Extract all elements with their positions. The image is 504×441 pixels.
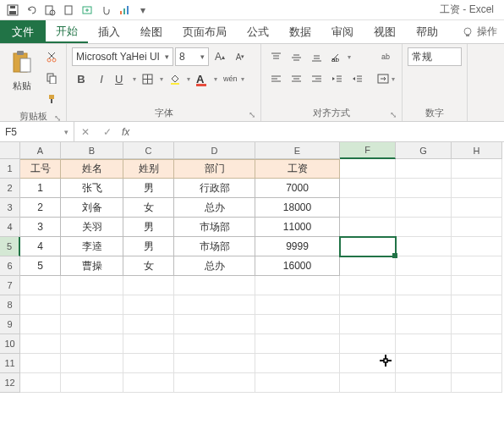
align-middle-button[interactable] — [287, 47, 305, 66]
cell-E11[interactable] — [255, 354, 340, 373]
tab-help[interactable]: 帮助 — [406, 20, 448, 43]
column-header-D[interactable]: D — [174, 142, 255, 159]
tell-me[interactable]: 操作 — [455, 20, 504, 43]
cell-B1[interactable]: 姓名 — [61, 159, 123, 179]
undo-icon[interactable] — [23, 2, 40, 19]
cell-A5[interactable]: 4 — [20, 237, 61, 256]
cell-G8[interactable] — [396, 295, 452, 315]
cell-A6[interactable]: 5 — [20, 256, 61, 276]
italic-button[interactable]: I — [92, 69, 111, 88]
cell-D5[interactable]: 市场部 — [174, 237, 255, 256]
paste-button[interactable]: 粘贴 — [5, 47, 39, 92]
cell-A4[interactable]: 3 — [20, 218, 61, 237]
touch-mode-icon[interactable] — [97, 2, 114, 19]
column-header-A[interactable]: A — [20, 142, 61, 159]
select-all-corner[interactable] — [0, 142, 20, 159]
cell-B3[interactable]: 刘备 — [61, 198, 123, 218]
cell-D12[interactable] — [174, 373, 255, 393]
cell-A3[interactable]: 2 — [20, 198, 61, 218]
row-header-12[interactable]: 12 — [0, 373, 20, 393]
cell-D3[interactable]: 总办 — [174, 198, 255, 218]
cell-D2[interactable]: 行政部 — [174, 179, 255, 198]
cell-D11[interactable] — [174, 354, 255, 373]
clipboard-launcher[interactable]: ⤡ — [54, 113, 61, 123]
increase-font-button[interactable]: A▴ — [211, 47, 229, 66]
orientation-button[interactable]: ab — [327, 47, 353, 66]
cell-C12[interactable] — [123, 373, 174, 393]
fill-color-button[interactable] — [167, 69, 192, 88]
row-header-3[interactable]: 3 — [0, 198, 20, 218]
bold-button[interactable]: B — [72, 69, 90, 88]
cell-G2[interactable] — [396, 179, 452, 198]
cell-G6[interactable] — [396, 256, 452, 276]
cell-A2[interactable]: 1 — [20, 179, 61, 198]
row-header-6[interactable]: 6 — [0, 256, 20, 276]
cell-C10[interactable] — [123, 334, 174, 354]
cell-C5[interactable]: 男 — [123, 237, 174, 256]
cell-G4[interactable] — [396, 218, 452, 237]
cell-H8[interactable] — [452, 295, 502, 315]
cell-H7[interactable] — [452, 276, 502, 295]
new-icon[interactable] — [60, 2, 77, 19]
cell-G3[interactable] — [396, 198, 452, 218]
cell-B2[interactable]: 张飞 — [61, 179, 123, 198]
cell-E8[interactable] — [255, 295, 340, 315]
number-format-select[interactable]: 常规 — [408, 47, 462, 66]
cell-G12[interactable] — [396, 373, 452, 393]
cell-C9[interactable] — [123, 315, 174, 334]
cell-E4[interactable]: 11000 — [255, 218, 340, 237]
row-header-7[interactable]: 7 — [0, 276, 20, 295]
cell-B6[interactable]: 曹操 — [61, 256, 123, 276]
chart-icon[interactable] — [116, 2, 133, 19]
row-header-10[interactable]: 10 — [0, 334, 20, 354]
column-header-E[interactable]: E — [255, 142, 340, 159]
cell-G11[interactable] — [396, 354, 452, 373]
name-box[interactable]: F5▾ — [0, 122, 74, 141]
cell-C7[interactable] — [123, 276, 174, 295]
qat-dropdown-icon[interactable]: ▾ — [134, 2, 151, 19]
cell-B7[interactable] — [61, 276, 123, 295]
cell-D7[interactable] — [174, 276, 255, 295]
cell-G7[interactable] — [396, 276, 452, 295]
cell-B10[interactable] — [61, 334, 123, 354]
cell-E12[interactable] — [255, 373, 340, 393]
cell-C3[interactable]: 女 — [123, 198, 174, 218]
cell-H6[interactable] — [452, 256, 502, 276]
tab-view[interactable]: 视图 — [364, 20, 406, 43]
tab-review[interactable]: 审阅 — [321, 20, 364, 43]
align-top-button[interactable] — [266, 47, 285, 66]
wrap-text-button[interactable]: ab — [375, 47, 397, 66]
cell-H10[interactable] — [452, 334, 502, 354]
cell-D1[interactable]: 部门 — [174, 159, 255, 179]
cell-G1[interactable] — [396, 159, 452, 179]
cell-G5[interactable] — [396, 237, 452, 256]
cell-F3[interactable] — [340, 198, 396, 218]
row-header-9[interactable]: 9 — [0, 315, 20, 334]
row-header-4[interactable]: 4 — [0, 218, 20, 237]
cell-F6[interactable] — [340, 256, 396, 276]
cell-A1[interactable]: 工号 — [20, 159, 61, 179]
cell-B8[interactable] — [61, 295, 123, 315]
cell-E6[interactable]: 16000 — [255, 256, 340, 276]
format-painter-button[interactable] — [42, 90, 61, 108]
cell-E10[interactable] — [255, 334, 340, 354]
row-header-11[interactable]: 11 — [0, 354, 20, 373]
print-preview-icon[interactable] — [41, 2, 58, 19]
copy-button[interactable] — [42, 69, 61, 87]
cell-A8[interactable] — [20, 295, 61, 315]
save-icon[interactable] — [4, 2, 21, 19]
underline-button[interactable]: U — [112, 69, 138, 88]
align-right-button[interactable] — [307, 69, 326, 88]
cell-A11[interactable] — [20, 354, 61, 373]
fx-icon[interactable]: fx — [118, 126, 133, 138]
font-size-select[interactable]: 8▾ — [175, 47, 209, 66]
tab-home[interactable]: 开始 — [46, 20, 88, 43]
enter-formula-button[interactable]: ✓ — [96, 126, 118, 138]
cell-A12[interactable] — [20, 373, 61, 393]
tab-draw[interactable]: 绘图 — [130, 20, 173, 43]
align-left-button[interactable] — [266, 69, 285, 88]
increase-indent-button[interactable] — [348, 69, 366, 88]
column-header-H[interactable]: H — [452, 142, 502, 159]
tab-layout[interactable]: 页面布局 — [173, 20, 237, 43]
cell-E5[interactable]: 9999 — [255, 237, 340, 256]
